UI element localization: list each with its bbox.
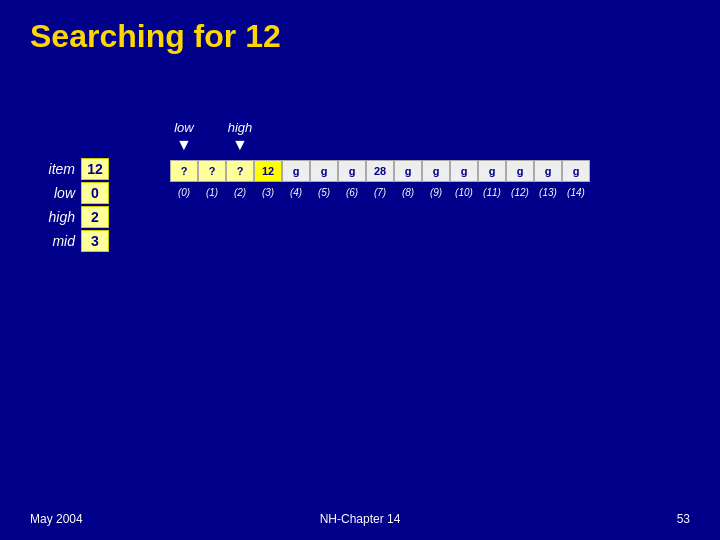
var-low-label: low bbox=[30, 185, 75, 201]
array-index-3: (3) bbox=[254, 184, 282, 200]
array-cell-3: 12 bbox=[254, 160, 282, 182]
slide-title: Searching for 12 bbox=[30, 18, 281, 55]
var-high-label: high bbox=[30, 209, 75, 225]
low-pointer: low ▼ bbox=[170, 120, 198, 153]
array-cell-8: g bbox=[394, 160, 422, 182]
var-item-row: item 12 bbox=[30, 158, 109, 180]
low-pointer-label: low bbox=[174, 120, 194, 135]
array-section: ???12ggg28ggggggg (0)(1)(2)(3)(4)(5)(6)(… bbox=[170, 160, 590, 200]
var-item-label: item bbox=[30, 161, 75, 177]
array-index-2: (2) bbox=[226, 184, 254, 200]
array-index-14: (14) bbox=[562, 184, 590, 200]
array-cell-9: g bbox=[422, 160, 450, 182]
array-cell-12: g bbox=[506, 160, 534, 182]
array-index-8: (8) bbox=[394, 184, 422, 200]
array-indices-row: (0)(1)(2)(3)(4)(5)(6)(7)(8)(9)(10)(11)(1… bbox=[170, 184, 590, 200]
array-index-0: (0) bbox=[170, 184, 198, 200]
high-pointer-label: high bbox=[228, 120, 253, 135]
array-cell-4: g bbox=[282, 160, 310, 182]
array-cell-1: ? bbox=[198, 160, 226, 182]
array-index-7: (7) bbox=[366, 184, 394, 200]
array-cell-11: g bbox=[478, 160, 506, 182]
footer-date: May 2004 bbox=[30, 512, 83, 526]
array-index-6: (6) bbox=[338, 184, 366, 200]
high-pointer: high ▼ bbox=[226, 120, 254, 153]
array-index-12: (12) bbox=[506, 184, 534, 200]
array-cell-0: ? bbox=[170, 160, 198, 182]
array-cell-5: g bbox=[310, 160, 338, 182]
pointer-labels: low ▼ high ▼ bbox=[170, 120, 254, 153]
array-index-1: (1) bbox=[198, 184, 226, 200]
array-cells-row: ???12ggg28ggggggg bbox=[170, 160, 590, 182]
array-index-5: (5) bbox=[310, 184, 338, 200]
array-cell-2: ? bbox=[226, 160, 254, 182]
low-arrow-icon: ▼ bbox=[176, 137, 192, 153]
var-mid-label: mid bbox=[30, 233, 75, 249]
var-item-value: 12 bbox=[81, 158, 109, 180]
array-cell-13: g bbox=[534, 160, 562, 182]
var-low-value: 0 bbox=[81, 182, 109, 204]
var-low-row: low 0 bbox=[30, 182, 109, 204]
array-cell-6: g bbox=[338, 160, 366, 182]
var-mid-row: mid 3 bbox=[30, 230, 109, 252]
footer-page: 53 bbox=[677, 512, 690, 526]
array-cell-14: g bbox=[562, 160, 590, 182]
footer-chapter: NH-Chapter 14 bbox=[320, 512, 401, 526]
var-high-value: 2 bbox=[81, 206, 109, 228]
array-index-13: (13) bbox=[534, 184, 562, 200]
array-index-11: (11) bbox=[478, 184, 506, 200]
array-cell-10: g bbox=[450, 160, 478, 182]
high-arrow-icon: ▼ bbox=[232, 137, 248, 153]
var-mid-value: 3 bbox=[81, 230, 109, 252]
var-high-row: high 2 bbox=[30, 206, 109, 228]
array-cell-7: 28 bbox=[366, 160, 394, 182]
variable-table: item 12 low 0 high 2 mid 3 bbox=[30, 158, 109, 254]
array-index-4: (4) bbox=[282, 184, 310, 200]
array-index-10: (10) bbox=[450, 184, 478, 200]
array-index-9: (9) bbox=[422, 184, 450, 200]
